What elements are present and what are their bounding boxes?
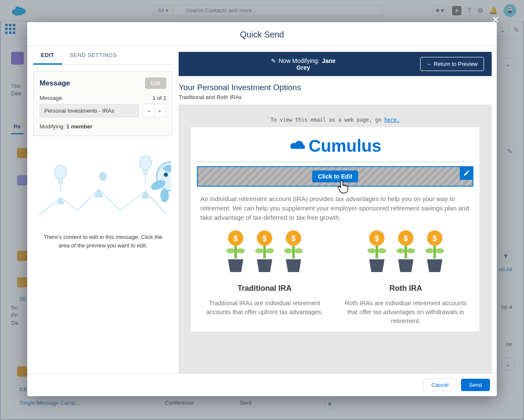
svg-rect-31 bbox=[292, 246, 295, 258]
plant-icons: $ $ $ bbox=[342, 230, 470, 276]
edit-badge-pencil-icon[interactable] bbox=[460, 166, 473, 180]
col1-title: Traditional IRA bbox=[200, 284, 329, 293]
prev-button[interactable]: ◂ bbox=[142, 104, 154, 117]
svg-point-33 bbox=[294, 248, 303, 253]
panel-tabs: EDIT SEND SETTINGS bbox=[33, 46, 173, 65]
message-heading: Message bbox=[40, 79, 70, 88]
svg-point-27 bbox=[255, 248, 264, 253]
brand-logo: Cumulus bbox=[191, 133, 479, 160]
brand-text: Cumulus bbox=[308, 136, 381, 156]
preview-panel: ✎ Now Modifying: Jane Grey ← Return to P… bbox=[179, 46, 497, 373]
plant-icons: $ $ $ bbox=[200, 230, 329, 276]
quick-send-modal: ✕ Quick Send EDIT SEND SETTINGS Message … bbox=[27, 22, 497, 396]
svg-point-17 bbox=[160, 189, 169, 202]
hint-text: There's content to edit in this message.… bbox=[33, 233, 173, 250]
svg-point-43 bbox=[407, 248, 415, 253]
col2-body: Roth IRAs are individual retirement acco… bbox=[342, 299, 470, 326]
pencil-icon: ✎ bbox=[271, 57, 276, 64]
svg-text:$: $ bbox=[291, 234, 296, 243]
traditional-ira-col: $ $ $ Traditional IRA Traditional IRAs a… bbox=[200, 230, 329, 326]
top-link-prefix: To view this email as a web page, go bbox=[271, 117, 384, 123]
cloud-icon bbox=[289, 139, 308, 153]
message-card: Message Edit Message 1 of 1 Personal Inv… bbox=[33, 71, 173, 136]
return-to-preview-button[interactable]: ← Return to Preview bbox=[420, 57, 484, 71]
modifying-label: Modifying: bbox=[40, 123, 65, 130]
preview-title: Your Personal Investment Options bbox=[179, 83, 492, 92]
svg-rect-41 bbox=[404, 246, 407, 258]
modal-footer: Cancel Send bbox=[27, 373, 497, 396]
cancel-button[interactable]: Cancel bbox=[423, 379, 456, 391]
message-pager: ◂ ▸ bbox=[142, 104, 166, 117]
next-button[interactable]: ▸ bbox=[154, 104, 166, 117]
svg-rect-10 bbox=[144, 170, 147, 174]
svg-point-8 bbox=[100, 172, 106, 181]
svg-text:$: $ bbox=[433, 234, 437, 243]
preview-header: ✎ Now Modifying: Jane Grey ← Return to P… bbox=[179, 52, 492, 76]
message-counter: 1 of 1 bbox=[152, 95, 166, 101]
send-button[interactable]: Send bbox=[461, 379, 490, 391]
tab-edit[interactable]: EDIT bbox=[33, 46, 62, 65]
now-modifying-name-first: Jane bbox=[322, 57, 336, 64]
view-as-webpage: To view this email as a web page, go her… bbox=[185, 111, 485, 127]
click-to-edit-button[interactable]: Click to Edit bbox=[312, 170, 359, 182]
modifying-row: Modifying: 1 member bbox=[40, 123, 166, 130]
svg-point-13 bbox=[164, 173, 168, 177]
email-preview-frame[interactable]: To view this email as a web page, go her… bbox=[179, 105, 492, 373]
svg-point-47 bbox=[425, 248, 434, 253]
edit-panel: EDIT SEND SETTINGS Message Edit Message … bbox=[27, 46, 179, 373]
svg-point-23 bbox=[236, 248, 245, 253]
modal-title: Quick Send bbox=[27, 22, 497, 46]
ira-columns: $ $ $ Traditional IRA Traditional IRAs a… bbox=[191, 230, 479, 326]
preview-meta: Your Personal Investment Options Traditi… bbox=[179, 76, 492, 105]
now-modifying-label: Now Modifying: bbox=[279, 57, 319, 64]
svg-text:$: $ bbox=[375, 234, 379, 243]
svg-rect-46 bbox=[433, 246, 436, 258]
editable-content-zone[interactable]: Click to Edit bbox=[197, 166, 473, 187]
edit-message-button[interactable]: Edit bbox=[145, 77, 166, 89]
svg-text:$: $ bbox=[404, 234, 408, 243]
tab-send-settings[interactable]: SEND SETTINGS bbox=[62, 46, 125, 65]
svg-rect-21 bbox=[234, 246, 237, 258]
preview-subtitle: Traditional and Roth IRAs bbox=[179, 94, 492, 100]
divider bbox=[197, 162, 473, 162]
svg-point-48 bbox=[436, 248, 444, 253]
svg-point-22 bbox=[226, 248, 235, 253]
modifying-value: 1 member bbox=[66, 123, 92, 130]
col1-body: Traditional IRAs are individual retireme… bbox=[200, 299, 329, 317]
roth-ira-col: $ $ $ Roth IRA Roth IRAs are individual … bbox=[342, 230, 470, 326]
svg-point-42 bbox=[396, 248, 405, 253]
svg-point-9 bbox=[140, 156, 151, 170]
svg-text:$: $ bbox=[262, 234, 267, 243]
svg-point-32 bbox=[284, 248, 293, 253]
svg-point-38 bbox=[378, 248, 386, 253]
email-intro: An individual retirement account (IRA) p… bbox=[191, 193, 479, 230]
svg-point-37 bbox=[367, 248, 376, 253]
message-label: Message bbox=[40, 95, 62, 101]
col2-title: Roth IRA bbox=[342, 284, 470, 293]
svg-rect-36 bbox=[376, 246, 378, 258]
illustration bbox=[33, 149, 173, 225]
top-link[interactable]: here. bbox=[384, 117, 400, 123]
now-modifying-name-last: Grey bbox=[296, 64, 310, 71]
close-icon[interactable]: ✕ bbox=[492, 14, 499, 26]
message-select[interactable]: Personal Investments - IRAs bbox=[40, 104, 139, 117]
svg-text:$: $ bbox=[234, 234, 238, 243]
svg-point-5 bbox=[54, 165, 66, 179]
svg-rect-6 bbox=[59, 179, 62, 183]
svg-rect-26 bbox=[263, 246, 266, 258]
svg-point-28 bbox=[265, 248, 274, 253]
